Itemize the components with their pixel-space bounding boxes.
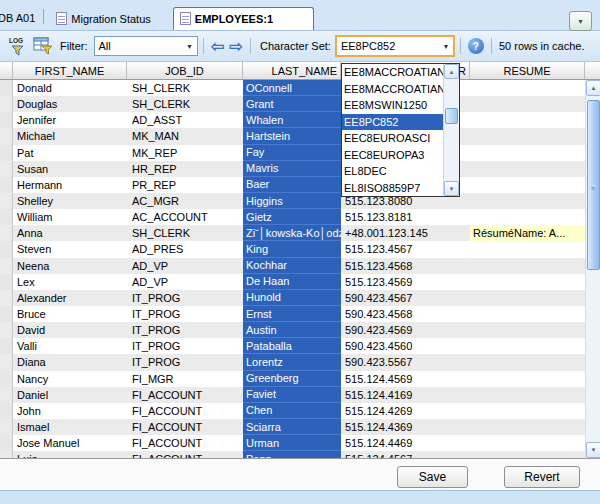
character-set-select[interactable]: EE8PC852 ▼: [335, 35, 455, 57]
cell-first-name[interactable]: Susan: [13, 161, 127, 177]
cell-resume[interactable]: [470, 193, 585, 209]
cell-first-name[interactable]: Valli: [13, 338, 127, 354]
row-header-cell[interactable]: [0, 435, 13, 451]
cell-first-name[interactable]: Alexander: [13, 290, 127, 306]
cell-resume[interactable]: [470, 128, 585, 144]
row-header-cell[interactable]: [0, 258, 13, 274]
cell-resume[interactable]: [470, 322, 585, 338]
row-header-cell[interactable]: [0, 322, 13, 338]
cell-first-name[interactable]: Luis: [13, 451, 127, 458]
dropdown-option[interactable]: EL8ISO8859P7: [342, 180, 443, 197]
cell-resume[interactable]: [470, 435, 585, 451]
cell-first-name[interactable]: Michael: [13, 128, 127, 144]
cell-job-id[interactable]: AC_MGR: [127, 193, 243, 209]
cell-resume[interactable]: [470, 290, 585, 306]
dropdown-option[interactable]: EL8DEC: [342, 163, 443, 180]
tab-db-a01[interactable]: DB A01: [0, 12, 35, 24]
cell-phone-number[interactable]: 515.124.4169: [341, 387, 470, 403]
cell-last-name[interactable]: Whalen: [243, 112, 341, 128]
cell-resume[interactable]: [470, 258, 585, 274]
cell-job-id[interactable]: IT_PROG: [127, 322, 243, 338]
column-header-last-name[interactable]: LAST_NAME: [243, 62, 341, 79]
cell-last-name[interactable]: De Haan: [243, 274, 341, 290]
cell-job-id[interactable]: SH_CLERK: [127, 96, 243, 112]
cell-first-name[interactable]: Hermann: [13, 177, 127, 193]
cell-resume[interactable]: [470, 80, 585, 96]
cell-first-name[interactable]: Pat: [13, 145, 127, 161]
cell-first-name[interactable]: Steven: [13, 241, 127, 257]
cell-phone-number[interactable]: 515.124.4269: [341, 403, 470, 419]
cell-first-name[interactable]: Jennifer: [13, 112, 127, 128]
cell-job-id[interactable]: IT_PROG: [127, 354, 243, 370]
row-header-cell[interactable]: [0, 419, 13, 435]
cell-first-name[interactable]: Donald: [13, 80, 127, 96]
filter-select[interactable]: All ▼: [94, 36, 198, 56]
dropdown-option[interactable]: EE8MSWIN1250: [342, 97, 443, 114]
cell-last-name[interactable]: Ernst: [243, 306, 341, 322]
column-header-resume[interactable]: RESUME: [470, 62, 585, 79]
cell-first-name[interactable]: Jose Manuel: [13, 435, 127, 451]
dropdown-option[interactable]: EEC8EUROASCI: [342, 130, 443, 147]
scroll-up-button[interactable]: ▲: [444, 64, 459, 79]
back-arrow-button[interactable]: ⇦: [211, 38, 225, 55]
forward-arrow-button[interactable]: ⇨: [229, 38, 243, 55]
cell-resume[interactable]: [470, 387, 585, 403]
row-header-cell[interactable]: [0, 387, 13, 403]
row-header-cell[interactable]: [0, 354, 13, 370]
cell-phone-number[interactable]: 515.124.4469: [341, 435, 470, 451]
cell-last-name[interactable]: Kochhar: [243, 258, 341, 274]
dropdown-option[interactable]: EE8MACCROATIANS: [342, 81, 443, 98]
cell-last-name[interactable]: Chen: [243, 403, 341, 419]
cell-job-id[interactable]: FI_MGR: [127, 371, 243, 387]
cell-first-name[interactable]: Shelley: [13, 193, 127, 209]
cell-last-name[interactable]: King: [243, 241, 341, 257]
row-header-cell[interactable]: [0, 241, 13, 257]
log-filter-icon[interactable]: LOG: [8, 36, 27, 56]
cell-last-name[interactable]: Austin: [243, 322, 341, 338]
row-header-cell[interactable]: [0, 290, 13, 306]
tab-employees[interactable]: EMPLOYEES:1: [173, 7, 314, 30]
cell-phone-number[interactable]: 590.423.4567: [341, 290, 470, 306]
row-header-cell[interactable]: [0, 274, 13, 290]
cell-job-id[interactable]: FI_ACCOUNT: [127, 387, 243, 403]
cell-job-id[interactable]: HR_REP: [127, 161, 243, 177]
cell-job-id[interactable]: AC_ACCOUNT: [127, 209, 243, 225]
revert-button[interactable]: Revert: [504, 466, 580, 488]
tab-list-dropdown-button[interactable]: ▼: [569, 11, 592, 31]
cell-last-name[interactable]: Lorentz: [243, 354, 341, 370]
scroll-down-button[interactable]: ▼: [586, 442, 600, 458]
row-header-cell[interactable]: [0, 177, 13, 193]
cell-job-id[interactable]: IT_PROG: [127, 290, 243, 306]
row-header-cell[interactable]: [0, 96, 13, 112]
dropdown-option[interactable]: EE8MACCROATIAN: [342, 64, 443, 81]
cell-last-name[interactable]: Gietz: [243, 209, 341, 225]
row-header-cell[interactable]: [0, 225, 13, 241]
cell-phone-number[interactable]: 515.124.4567: [341, 451, 470, 458]
row-header-cell[interactable]: [0, 145, 13, 161]
scroll-up-button[interactable]: ▲: [586, 80, 600, 96]
cell-job-id[interactable]: FI_ACCOUNT: [127, 451, 243, 458]
cell-first-name[interactable]: Lex: [13, 274, 127, 290]
cell-resume[interactable]: [470, 161, 585, 177]
cell-job-id[interactable]: SH_CLERK: [127, 80, 243, 96]
cell-first-name[interactable]: David: [13, 322, 127, 338]
cell-resume[interactable]: [470, 112, 585, 128]
cell-first-name[interactable]: Ismael: [13, 419, 127, 435]
cell-last-name[interactable]: Zi˘│kowska-Ko│odziejczyk: [243, 225, 341, 241]
cell-phone-number[interactable]: 590.423.4568: [341, 306, 470, 322]
data-grid[interactable]: DonaldSH_CLERKOConnellDouglasSH_CLERKGra…: [0, 80, 585, 458]
cell-first-name[interactable]: Bruce: [13, 306, 127, 322]
cell-first-name[interactable]: Douglas: [13, 96, 127, 112]
cell-resume[interactable]: RésuméName: A...: [470, 225, 585, 241]
cell-first-name[interactable]: William: [13, 209, 127, 225]
cell-job-id[interactable]: IT_PROG: [127, 306, 243, 322]
cell-last-name[interactable]: Urman: [243, 435, 341, 451]
cell-resume[interactable]: [470, 145, 585, 161]
cell-phone-number[interactable]: 590.423.5567: [341, 354, 470, 370]
cell-job-id[interactable]: FI_ACCOUNT: [127, 435, 243, 451]
row-header-cell[interactable]: [0, 403, 13, 419]
tab-migration-status[interactable]: Migration Status: [50, 8, 158, 30]
cell-first-name[interactable]: Nancy: [13, 371, 127, 387]
dropdown-option[interactable]: EE8PC852: [342, 114, 443, 131]
cell-job-id[interactable]: AD_PRES: [127, 241, 243, 257]
